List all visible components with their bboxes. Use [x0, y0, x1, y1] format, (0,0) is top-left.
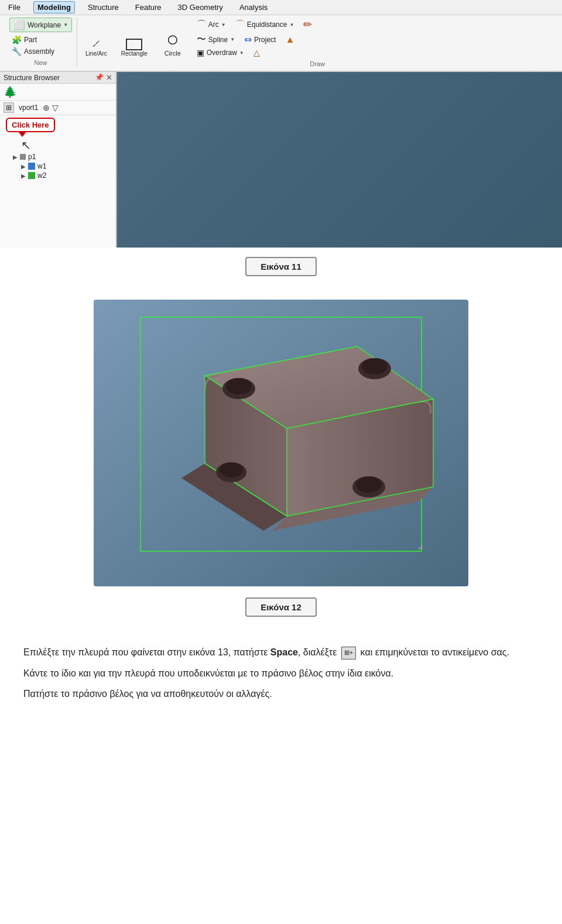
- circle-label: Circle: [165, 50, 181, 57]
- ribbon-new-tools: ⬜ Workplane ▼ 🧩 Part 🔧 Assembly: [9, 18, 72, 57]
- viewport[interactable]: [117, 72, 562, 248]
- w1-label: w1: [37, 162, 46, 170]
- tree-icon: 🌲: [4, 85, 16, 98]
- draw-right-group: ⌒ Arc ▼ ⌒ Equidistance ▼ ✏: [194, 18, 315, 58]
- model-3d-view: [94, 300, 468, 586]
- svg-point-9: [226, 378, 252, 394]
- image-section: [0, 290, 562, 588]
- structure-tree: Click Here ↖ ▶ p1 ▶ w1 ▶ w2: [0, 115, 116, 248]
- part-button[interactable]: 🧩 Part: [9, 35, 72, 45]
- assembly-icon: 🔧: [12, 47, 22, 56]
- pencil-icon: ✏: [303, 18, 312, 31]
- pin-icon[interactable]: 📌: [95, 73, 104, 82]
- assembly-label: Assembly: [24, 47, 54, 56]
- rectangle-label: Rectangle: [121, 50, 148, 57]
- caption11-box: Εικόνα 11: [245, 257, 317, 276]
- menu-modeling[interactable]: Modeling: [33, 1, 75, 13]
- vport-toolbar: ⊞ vport1 ⊕ ▽: [0, 101, 116, 115]
- vport-label: vport1: [19, 104, 38, 112]
- menu-analysis[interactable]: Analysis: [236, 2, 271, 13]
- triangle-button[interactable]: ▲: [283, 34, 297, 46]
- click-here-area[interactable]: Click Here: [4, 118, 112, 133]
- project-button[interactable]: ▣ Overdraw ▼: [194, 47, 246, 58]
- equidistance-icon: ⇔: [244, 34, 252, 45]
- fillet-button[interactable]: ⌒ Equidistance ▼: [233, 18, 297, 32]
- tree-item-w2[interactable]: ▶ w2: [21, 171, 112, 180]
- linearc-label: Line/Arc: [85, 50, 107, 57]
- structure-browser-title: Structure Browser: [4, 74, 60, 82]
- workplane-button[interactable]: ⬜ Workplane ▼: [9, 18, 72, 32]
- text-section: Επιλέξτε την πλευρά που φαίνεται στην ει…: [0, 631, 562, 722]
- fillet-label: Equidistance: [247, 20, 287, 29]
- menu-3dgeometry[interactable]: 3D Geometry: [174, 2, 227, 13]
- close-icon[interactable]: ✕: [106, 73, 112, 82]
- rectangle-icon: [126, 39, 142, 50]
- paragraph-2: Κάντε το ίδιο και για την πλευρά που υπο…: [23, 666, 539, 681]
- arc-dropdown[interactable]: ▼: [221, 22, 226, 28]
- linearc-button[interactable]: ⟋ Line/Arc: [82, 36, 111, 58]
- rectangle-button[interactable]: Rectangle: [118, 37, 151, 58]
- part-icon: 🧩: [12, 35, 22, 44]
- draw-row-top: ⌒ Arc ▼ ⌒ Equidistance ▼ ✏: [194, 18, 315, 32]
- structure-browser-header: Structure Browser 📌 ✕: [0, 72, 116, 84]
- equidistance-button[interactable]: ⇔ Project: [242, 33, 278, 46]
- project-dropdown[interactable]: ▼: [239, 50, 244, 56]
- draw-row-bottom: 〜 Spline ▼ ⇔ Project ▲: [194, 33, 315, 46]
- cursor-icon: ↖: [21, 138, 112, 152]
- ribbon-new-section: ⬜ Workplane ▼ 🧩 Part 🔧 Assembly New: [5, 18, 77, 66]
- draw-row-1: ⟋ Line/Arc Rectangle ○ Circle ⌒ Arc: [82, 18, 553, 58]
- paragraph-1: Επιλέξτε την πλευρά που φαίνεται στην ει…: [23, 645, 539, 660]
- tree-item-w1[interactable]: ▶ w1: [21, 162, 112, 171]
- spline-dropdown[interactable]: ▼: [230, 37, 235, 42]
- project-icon: ▣: [197, 48, 204, 57]
- overdraw-icon: △: [253, 48, 260, 57]
- menu-structure[interactable]: Structure: [84, 2, 122, 13]
- linearc-icon: ⟋: [90, 37, 102, 50]
- tree-item-p1[interactable]: ▶ p1: [13, 152, 112, 162]
- svg-point-13: [220, 462, 243, 478]
- structure-browser: Structure Browser 📌 ✕ 🌲 ⊞ vport1 ⊕ ▽ Cli…: [0, 72, 117, 248]
- workplane-dropdown-arrow[interactable]: ▼: [63, 22, 68, 28]
- arc-label: Arc: [208, 20, 219, 29]
- fillet-icon: ⌒: [235, 19, 245, 31]
- workplane-icon: ⬜: [13, 19, 25, 30]
- main-area: Structure Browser 📌 ✕ 🌲 ⊞ vport1 ⊕ ▽ Cli…: [0, 72, 562, 248]
- space-bold: Space: [270, 647, 298, 657]
- click-here-bubble[interactable]: Click Here: [6, 118, 55, 132]
- spline-button[interactable]: 〜 Spline ▼: [194, 33, 237, 46]
- workplane-label: Workplane: [28, 21, 61, 29]
- w1-icon: ▶: [21, 163, 26, 170]
- assembly-button[interactable]: 🔧 Assembly: [9, 46, 72, 57]
- w2-square-icon: [28, 172, 35, 179]
- vport-filter-icon[interactable]: ▽: [52, 103, 59, 112]
- w2-icon: ▶: [21, 173, 26, 179]
- p1-square-icon: [20, 154, 26, 160]
- vport-expand-icon[interactable]: ⊕: [43, 103, 50, 112]
- svg-point-15: [356, 476, 382, 493]
- caption12-row: Εικόνα 12: [0, 588, 562, 631]
- header-icons: 📌 ✕: [95, 73, 112, 82]
- paragraph-3: Πατήστε το πράσινο βέλος για να αποθηκευ…: [23, 686, 539, 702]
- spline-icon: 〜: [197, 33, 206, 46]
- triangle-icon: ▲: [285, 35, 294, 45]
- p1-icon: ▶: [13, 154, 18, 160]
- inline-icon-span: ⊞+: [341, 647, 356, 659]
- pencil-button[interactable]: ✏: [301, 18, 314, 32]
- menu-feature[interactable]: Feature: [132, 2, 165, 13]
- draw-row-third: ▣ Overdraw ▼ △: [194, 47, 315, 58]
- p1-label: p1: [28, 153, 36, 161]
- fillet-dropdown[interactable]: ▼: [289, 22, 294, 28]
- vport-icon: ⊞: [4, 102, 14, 113]
- arc-button[interactable]: ⌒ Arc ▼: [194, 18, 228, 32]
- overdraw-button[interactable]: △: [251, 47, 265, 58]
- arc-icon: ⌒: [197, 19, 206, 31]
- equidistance-label: Project: [254, 36, 276, 44]
- svg-point-11: [362, 358, 388, 375]
- circle-button[interactable]: ○ Circle: [158, 28, 187, 58]
- new-section-label: New: [35, 59, 47, 66]
- spline-label: Spline: [208, 36, 228, 44]
- caption12-box: Εικόνα 12: [245, 597, 317, 617]
- menu-file[interactable]: File: [5, 2, 24, 13]
- w2-label: w2: [37, 171, 46, 180]
- menu-bar: File Modeling Structure Feature 3D Geome…: [0, 0, 562, 15]
